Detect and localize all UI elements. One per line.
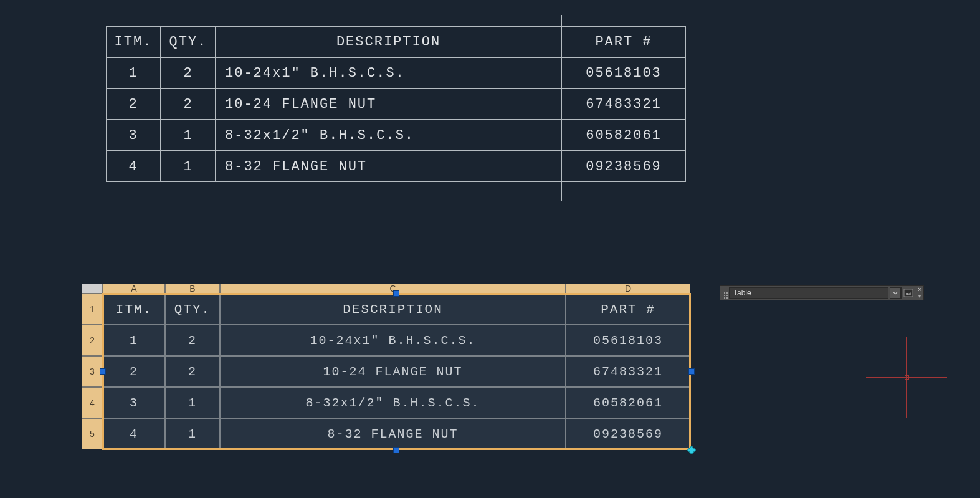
grip-handle[interactable] — [393, 447, 399, 453]
cell-qty[interactable]: 1 — [165, 418, 220, 449]
cell-desc[interactable]: 8-32 FLANGE NUT — [220, 418, 566, 449]
close-icon[interactable]: ✕ — [917, 287, 922, 292]
cell-itm[interactable]: 2 — [103, 356, 165, 387]
cell-desc: 10-24x1" B.H.S.C.S. — [216, 57, 561, 89]
grip-handle[interactable] — [393, 290, 399, 297]
cell-itm[interactable]: 4 — [103, 418, 165, 449]
col-header-part: PART # — [561, 26, 686, 57]
table-toolbar[interactable]: Table cui ✕ ▾ — [720, 285, 924, 300]
cell-desc[interactable]: 10-24x1" B.H.S.C.S. — [220, 325, 566, 356]
cell-part: 05618103 — [561, 57, 686, 89]
col-letter[interactable]: D — [566, 284, 690, 294]
cell-header-itm[interactable]: ITM. — [103, 294, 165, 325]
options-arrow-icon[interactable]: ▾ — [918, 294, 921, 299]
cell-header-part[interactable]: PART # — [566, 294, 690, 325]
cell-qty[interactable]: 2 — [165, 356, 220, 387]
cell-header-desc[interactable]: DESCRIPTION — [220, 294, 566, 325]
col-letter[interactable]: A — [103, 284, 165, 294]
svg-text:cui: cui — [906, 292, 911, 295]
cell-part: 67483321 — [561, 89, 686, 120]
cell-part[interactable]: 60582061 — [566, 387, 690, 418]
cell-desc: 8-32x1/2" B.H.S.C.S. — [216, 120, 561, 151]
table-corner[interactable] — [82, 284, 103, 294]
col-header-qty: QTY. — [161, 26, 216, 57]
row-number[interactable]: 2 — [82, 325, 103, 356]
selected-cad-table[interactable]: A B C D 1 ITM. QTY. DESCRIPTION PART # 2… — [82, 284, 690, 449]
cell-desc[interactable]: 8-32x1/2" B.H.S.C.S. — [220, 387, 566, 418]
cell-part[interactable]: 09238569 — [566, 418, 690, 449]
cell-qty: 1 — [161, 151, 216, 182]
cui-button[interactable]: cui — [901, 287, 915, 299]
cell-itm: 1 — [106, 57, 161, 89]
cell-qty: 2 — [161, 89, 216, 120]
cell-part[interactable]: 67483321 — [566, 356, 690, 387]
cell-qty[interactable]: 2 — [165, 325, 220, 356]
cell-part[interactable]: 05618103 — [566, 325, 690, 356]
toolbar-close[interactable]: ✕ ▾ — [915, 286, 923, 300]
cell-itm: 2 — [106, 89, 161, 120]
cell-qty[interactable]: 1 — [165, 387, 220, 418]
col-header-itm: ITM. — [106, 26, 161, 57]
cell-itm: 4 — [106, 151, 161, 182]
cell-itm: 3 — [106, 120, 161, 151]
col-letter[interactable]: B — [165, 284, 220, 294]
drawn-parts-table: ITM. QTY. DESCRIPTION PART # 1 2 10-24x1… — [106, 26, 686, 182]
grip-handle[interactable] — [688, 368, 695, 375]
cell-itm[interactable]: 1 — [103, 325, 165, 356]
row-number[interactable]: 1 — [82, 294, 103, 325]
row-number[interactable]: 5 — [82, 418, 103, 449]
grip-handle[interactable] — [100, 368, 106, 375]
col-header-desc: DESCRIPTION — [216, 26, 561, 57]
toolbar-grip-icon[interactable] — [720, 286, 729, 300]
cell-qty: 1 — [161, 120, 216, 151]
cell-qty: 2 — [161, 57, 216, 89]
dropdown-arrow-icon[interactable] — [890, 287, 901, 299]
table-style-dropdown[interactable]: Table — [729, 287, 888, 299]
cell-part: 60582061 — [561, 120, 686, 151]
cell-desc: 8-32 FLANGE NUT — [216, 151, 561, 182]
dropdown-label: Table — [733, 289, 751, 297]
cell-part: 09238569 — [561, 151, 686, 182]
cell-desc[interactable]: 10-24 FLANGE NUT — [220, 356, 566, 387]
cell-header-qty[interactable]: QTY. — [165, 294, 220, 325]
cell-desc: 10-24 FLANGE NUT — [216, 89, 561, 120]
cell-itm[interactable]: 3 — [103, 387, 165, 418]
row-number[interactable]: 4 — [82, 387, 103, 418]
